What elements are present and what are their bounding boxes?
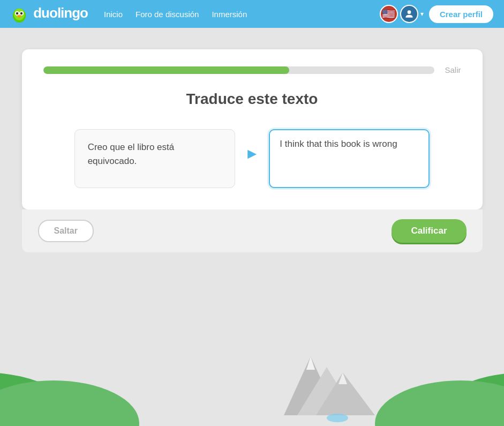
owl-icon xyxy=(11,6,28,23)
calificar-button[interactable]: Calificar xyxy=(392,219,466,243)
navbar-right: 🇺🇸 ▾ Crear perfil xyxy=(380,5,493,23)
nav-inmersion[interactable]: Inmersión xyxy=(212,10,247,19)
svg-point-5 xyxy=(20,12,22,14)
svg-point-7 xyxy=(408,10,411,14)
avatar-icon xyxy=(400,5,418,23)
svg-point-11 xyxy=(375,380,504,426)
translation-row: Creo que el libro está equivocado. ► xyxy=(43,129,461,188)
saltar-button[interactable]: Saltar xyxy=(38,220,94,242)
salir-link[interactable]: Salir xyxy=(445,65,461,74)
user-icon xyxy=(404,9,415,19)
landscape-decoration xyxy=(0,340,504,426)
flag-avatar[interactable]: 🇺🇸 ▾ xyxy=(380,5,424,23)
svg-marker-14 xyxy=(316,372,375,415)
main-area: Salir Traduce este texto Creo que el lib… xyxy=(0,28,504,263)
svg-point-9 xyxy=(0,380,139,426)
crear-perfil-button[interactable]: Crear perfil xyxy=(429,5,493,23)
progress-bar-background xyxy=(43,66,434,74)
arrow-right-icon: ► xyxy=(245,145,260,162)
bottom-bar: Saltar Calificar xyxy=(22,210,483,252)
navbar: duolingo Inicio Foro de discusión Inmers… xyxy=(0,0,504,28)
exercise-title: Traduce este texto xyxy=(43,91,461,108)
chevron-down-icon: ▾ xyxy=(420,10,424,18)
svg-marker-12 xyxy=(284,356,337,415)
progress-bar-fill xyxy=(43,66,290,74)
logo-text: duolingo xyxy=(33,5,88,21)
svg-marker-16 xyxy=(306,356,315,370)
svg-marker-13 xyxy=(297,367,356,415)
svg-point-4 xyxy=(16,12,18,14)
svg-point-15 xyxy=(327,414,348,422)
svg-marker-17 xyxy=(338,372,347,384)
landscape-svg xyxy=(0,340,504,426)
source-text-box: Creo que el libro está equivocado. xyxy=(74,129,235,188)
translation-input[interactable] xyxy=(269,129,430,188)
exercise-card: Salir Traduce este texto Creo que el lib… xyxy=(22,49,483,210)
nav-inicio[interactable]: Inicio xyxy=(104,10,123,19)
svg-point-8 xyxy=(0,372,80,426)
navbar-nav: Inicio Foro de discusión Inmersión xyxy=(104,10,364,19)
nav-foro[interactable]: Foro de discusión xyxy=(136,10,199,19)
flag-icon: 🇺🇸 xyxy=(380,5,398,23)
progress-area: Salir xyxy=(43,65,461,74)
logo: duolingo xyxy=(11,5,88,23)
svg-point-10 xyxy=(428,372,504,426)
